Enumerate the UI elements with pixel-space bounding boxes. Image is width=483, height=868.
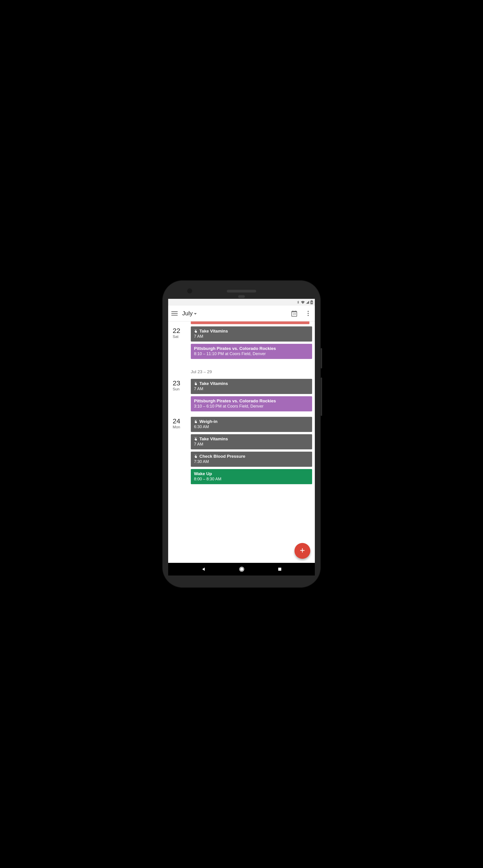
date-column[interactable]: 22Sat (168, 327, 191, 359)
event-subtitle: 8:10 – 11:10 PM at Coors Field, Denver (194, 351, 309, 356)
phone-sensor (238, 295, 245, 298)
event-subtitle: 3:10 – 6:10 PM at Coors Field, Denver (194, 404, 309, 409)
overflow-menu-button[interactable] (305, 311, 311, 316)
reminder-icon (194, 455, 198, 458)
nav-recents-button[interactable] (278, 567, 282, 571)
date-column[interactable]: 23Sun (168, 379, 191, 411)
events-column: Take Vitamins7 AMPittsburgh Pirates vs. … (191, 327, 312, 359)
wifi-icon (301, 301, 305, 304)
schedule-view[interactable]: 22SatTake Vitamins7 AMPittsburgh Pirates… (168, 321, 315, 563)
svg-point-2 (240, 568, 243, 571)
reminder-icon (194, 420, 198, 423)
event-chip[interactable]: Pittsburgh Pirates vs. Colorado Rockies8… (191, 344, 312, 359)
status-bar (168, 299, 315, 306)
event-chip[interactable]: Take Vitamins7 AM (191, 434, 312, 450)
day-section: 22SatTake Vitamins7 AMPittsburgh Pirates… (168, 327, 312, 364)
event-subtitle: 7 AM (194, 442, 309, 447)
event-subtitle: 8:00 – 8:30 AM (194, 477, 309, 482)
device-frame: July 19 22SatTake Vitamins7 AMPittsburgh… (162, 280, 321, 588)
date-number: 24 (173, 418, 191, 425)
app-bar: July 19 (168, 306, 315, 321)
reminder-icon (194, 382, 198, 385)
screen: July 19 22SatTake Vitamins7 AMPittsburgh… (168, 299, 315, 576)
event-chip-partial[interactable] (191, 321, 309, 324)
event-chip[interactable]: Wake Up8:00 – 8:30 AM (191, 469, 312, 484)
phone-side-button (321, 377, 322, 416)
event-title: Wake Up (194, 471, 212, 476)
bluetooth-icon (296, 301, 300, 304)
event-title: Pittsburgh Pirates vs. Colorado Rockies (194, 346, 276, 351)
chevron-down-icon (194, 313, 197, 315)
phone-camera (187, 288, 192, 293)
battery-charging-icon (310, 300, 313, 304)
date-column[interactable]: 24Mon (168, 417, 191, 484)
event-chip[interactable]: Weigh-in6:30 AM (191, 417, 312, 432)
date-weekday: Sun (173, 387, 191, 392)
event-title: Take Vitamins (199, 381, 228, 386)
plus-icon (299, 547, 306, 555)
event-title: Check Blood Pressure (199, 454, 245, 459)
event-chip[interactable]: Pittsburgh Pirates vs. Colorado Rockies3… (191, 396, 312, 411)
phone-side-button (321, 348, 322, 368)
date-number: 22 (173, 327, 191, 334)
date-weekday: Mon (173, 425, 191, 430)
event-chip[interactable]: Check Blood Pressure7:30 AM (191, 452, 312, 467)
today-date-number: 19 (291, 312, 297, 315)
date-number: 23 (173, 380, 191, 386)
event-subtitle: 7:30 AM (194, 459, 309, 464)
event-title: Pittsburgh Pirates vs. Colorado Rockies (194, 399, 276, 403)
today-button[interactable]: 19 (291, 310, 297, 317)
phone-speaker (227, 290, 256, 292)
events-column: Weigh-in6:30 AMTake Vitamins7 AMCheck Bl… (191, 417, 312, 484)
month-label: July (182, 310, 193, 317)
events-column: Take Vitamins7 AMPittsburgh Pirates vs. … (191, 379, 312, 411)
event-subtitle: 6:30 AM (194, 425, 309, 429)
event-title: Weigh-in (199, 419, 218, 424)
date-weekday: Sat (173, 335, 191, 339)
menu-button[interactable] (171, 310, 178, 317)
create-event-fab[interactable] (294, 543, 310, 559)
cell-signal-icon (306, 301, 309, 304)
android-nav-bar (168, 563, 315, 576)
event-chip[interactable]: Take Vitamins7 AM (191, 327, 312, 342)
event-subtitle: 7 AM (194, 386, 309, 391)
event-chip[interactable]: Take Vitamins7 AM (191, 379, 312, 394)
nav-back-button[interactable] (201, 567, 206, 572)
nav-home-button[interactable] (239, 566, 245, 572)
event-title: Take Vitamins (199, 329, 228, 334)
reminder-icon (194, 437, 198, 441)
month-picker-button[interactable]: July (182, 310, 197, 317)
reminder-icon (194, 329, 198, 333)
week-range-header: Jul 23 – 29 (168, 364, 312, 379)
svg-rect-3 (278, 567, 281, 570)
day-section: 24MonWeigh-in6:30 AMTake Vitamins7 AMChe… (168, 417, 312, 490)
day-section: 23SunTake Vitamins7 AMPittsburgh Pirates… (168, 379, 312, 417)
event-subtitle: 7 AM (194, 334, 309, 339)
event-title: Take Vitamins (199, 436, 228, 441)
